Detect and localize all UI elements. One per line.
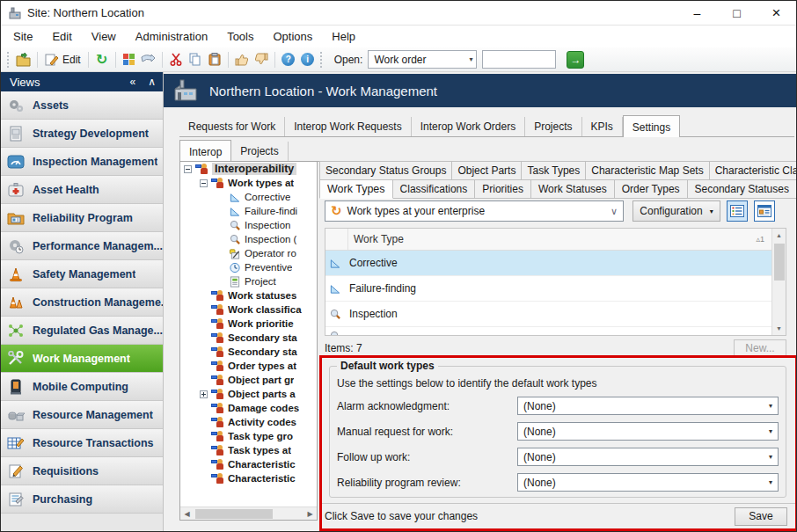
tab-kpis[interactable]: KPIs	[582, 117, 623, 136]
open-type-combobox[interactable]: Work order ▾	[368, 50, 477, 69]
collapse-all-icon[interactable]: ∧	[148, 76, 156, 88]
tab-interop-work-orders[interactable]: Interop Work Orders	[412, 117, 525, 136]
scroll-left-icon[interactable]: ◀	[180, 507, 194, 521]
tree-node-operator-rounds[interactable]: Operator ro	[180, 246, 317, 260]
send-icon[interactable]	[139, 50, 158, 69]
tab-requests-for-work[interactable]: Requests for Work	[179, 117, 285, 136]
sidebar-item-resource-management[interactable]: Resource Management	[1, 401, 163, 429]
tree-node-interoperability[interactable]: Interoperability	[180, 162, 317, 176]
go-button[interactable]: →	[567, 51, 584, 69]
tree-node-secondary-statuses-2[interactable]: Secondary sta	[180, 345, 317, 359]
column-header-work-type[interactable]: Work Type	[348, 233, 404, 245]
collapse-icon[interactable]	[200, 179, 208, 187]
reliability-program-review-dropdown[interactable]: (None)▾	[517, 473, 779, 492]
tree-node-task-type-groups[interactable]: Task type gro	[180, 429, 317, 443]
tab-work-types[interactable]: Work Types	[319, 179, 393, 199]
tree-node-task-types[interactable]: Task types at	[180, 443, 317, 457]
sidebar-item-strategy-development[interactable]: Strategy Development	[1, 120, 163, 148]
tree-node-characteristics-1[interactable]: Characteristic	[180, 457, 317, 471]
menu-options[interactable]: Options	[274, 30, 313, 43]
maximize-button[interactable]: □	[717, 1, 757, 25]
tree-node-inspection[interactable]: Inspection	[180, 218, 317, 232]
collapse-sidebar-icon[interactable]: «	[130, 76, 136, 88]
thumbs-up-icon[interactable]	[232, 50, 252, 69]
tab-priorities[interactable]: Priorities	[475, 179, 531, 199]
table-row-inspection[interactable]: Inspection	[325, 302, 771, 327]
tab-order-types[interactable]: Order Types	[615, 179, 688, 199]
menu-help[interactable]: Help	[332, 30, 355, 43]
close-button[interactable]: ×	[757, 1, 796, 25]
alarm-acknowledgment-dropdown[interactable]: (None)▾	[517, 397, 779, 415]
tree-node-work-types[interactable]: Work types at	[180, 176, 317, 190]
tree-node-preventive[interactable]: Preventive	[180, 260, 317, 274]
tab-interop-work-requests[interactable]: Interop Work Requests	[285, 117, 412, 136]
tree-node-work-priorities[interactable]: Work prioritie	[180, 317, 317, 331]
tab-secondary-status-groups[interactable]: Secondary Status Groups	[319, 161, 452, 180]
sidebar-item-purchasing[interactable]: Purchasing	[1, 485, 163, 514]
tab-settings[interactable]: Settings	[623, 115, 680, 137]
sidebar-item-construction-management[interactable]: Construction Manageme...	[1, 288, 163, 317]
collapse-icon[interactable]	[184, 165, 192, 173]
tab-characteristic-classes[interactable]: Characteristic Classes	[710, 161, 797, 180]
table-header-row[interactable]: Work Type ▵1	[325, 229, 771, 251]
scroll-up-icon[interactable]: ▲	[772, 229, 786, 242]
tree-node-damage-codes[interactable]: Damage codes	[180, 401, 317, 415]
scrollbar-thumb[interactable]	[195, 509, 273, 519]
manual-request-dropdown[interactable]: (None)▾	[517, 422, 779, 441]
tree-node-secondary-statuses-1[interactable]: Secondary sta	[180, 331, 317, 345]
tree-node-object-parts[interactable]: Object parts a	[180, 387, 317, 401]
table-row-partial[interactable]	[325, 327, 771, 335]
sidebar-item-inspection-management[interactable]: Inspection Management	[1, 148, 163, 176]
tab-object-parts[interactable]: Object Parts	[452, 161, 522, 180]
help-icon[interactable]: ?	[279, 50, 298, 69]
tab-task-types[interactable]: Task Types	[522, 161, 586, 180]
scroll-right-icon[interactable]: ▶	[303, 507, 317, 521]
tree-node-inspection-2[interactable]: Inspection (	[180, 232, 317, 246]
menu-site[interactable]: Site	[13, 30, 33, 43]
menu-tools[interactable]: Tools	[227, 30, 253, 43]
subtab-interop[interactable]: Interop	[179, 140, 231, 162]
menu-administration[interactable]: Administration	[135, 30, 208, 43]
tree-node-characteristics-2[interactable]: Characteristic	[180, 471, 317, 485]
cut-icon[interactable]	[166, 50, 186, 69]
tree-node-activity-codes[interactable]: Activity codes	[180, 415, 317, 429]
tree-node-work-classifications[interactable]: Work classifica	[180, 302, 317, 317]
edit-button[interactable]: Edit	[41, 50, 84, 69]
tree-horizontal-scrollbar[interactable]: ◀ ▶	[180, 506, 317, 520]
follow-up-work-dropdown[interactable]: (None)▾	[517, 448, 779, 466]
tree-node-work-statuses[interactable]: Work statuses	[180, 288, 317, 302]
open-search-input[interactable]	[482, 50, 556, 69]
tree-node-project[interactable]: Project	[180, 274, 317, 288]
tab-work-statuses[interactable]: Work Statuses	[531, 179, 615, 199]
tree-node-corrective[interactable]: Corrective	[180, 190, 317, 204]
windows-icon[interactable]	[120, 50, 139, 69]
table-vertical-scrollbar[interactable]: ▲ ▼	[771, 229, 786, 335]
thumbs-down-icon[interactable]	[252, 50, 271, 69]
scrollbar-thumb[interactable]	[774, 244, 785, 281]
minimize-button[interactable]: –	[677, 1, 717, 25]
tree-node-failure-finding[interactable]: Failure-findi	[180, 204, 317, 218]
tab-secondary-statuses[interactable]: Secondary Statuses	[688, 179, 797, 199]
expand-icon[interactable]	[200, 390, 208, 398]
table-row-failure-finding[interactable]: Failure-finding	[325, 276, 771, 302]
sidebar-item-regulated-gas-management[interactable]: Regulated Gas Manage...	[1, 317, 163, 345]
tree-node-object-part-groups[interactable]: Object part gr	[180, 373, 317, 387]
tab-projects[interactable]: Projects	[525, 117, 581, 136]
sidebar-item-reliability-program[interactable]: Reliability Program	[1, 204, 163, 232]
card-view-button[interactable]	[754, 200, 775, 222]
copy-icon[interactable]	[186, 50, 205, 69]
subtab-projects[interactable]: Projects	[231, 142, 288, 161]
sidebar-item-mobile-computing[interactable]: Mobile Computing	[1, 373, 163, 401]
refresh-icon[interactable]: ↻	[92, 50, 112, 69]
menu-view[interactable]: View	[91, 30, 116, 43]
scope-combobox[interactable]: ↻ Work types at your enterprise ∨	[325, 200, 624, 222]
sidebar-item-resource-transactions[interactable]: Resource Transactions	[1, 429, 163, 457]
configuration-button[interactable]: Configuration ▾	[632, 200, 720, 222]
save-button[interactable]: Save	[735, 507, 787, 526]
sidebar-item-assets[interactable]: Assets	[1, 91, 163, 120]
sidebar-item-safety-management[interactable]: Safety Management	[1, 260, 163, 288]
info-icon[interactable]: i	[298, 50, 318, 69]
sidebar-item-asset-health[interactable]: Asset Health	[1, 176, 163, 204]
sidebar-item-requisitions[interactable]: Requisitions	[1, 457, 163, 485]
sidebar-item-work-management[interactable]: Work Management	[1, 345, 163, 373]
